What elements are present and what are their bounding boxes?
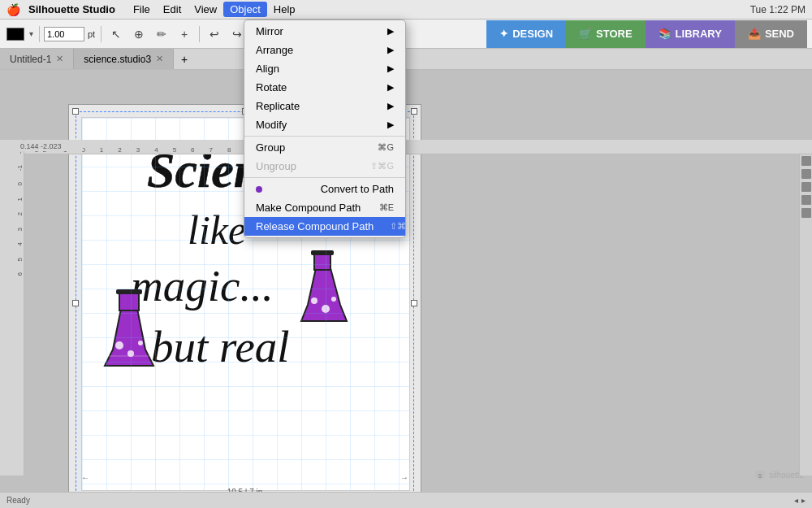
pencil-tool[interactable]: ✏ — [151, 24, 172, 45]
design-button[interactable]: ✦ DESIGN — [486, 20, 566, 48]
ruler-tick-6: 6 — [191, 146, 194, 154]
clock: Tue 1:22 PM — [750, 4, 806, 15]
menu-modify-arrow: ▶ — [387, 119, 394, 130]
stroke-width-input[interactable]: 1.00 — [44, 27, 84, 41]
menu-item-modify[interactable]: Modify ▶ — [244, 115, 405, 134]
ruler-v-4: 4 — [0, 242, 24, 245]
menu-bar: 🍎 Silhouette Studio File Edit View Objec… — [0, 0, 812, 20]
ruler-h-ticks: -3 -2 -1 0 1 2 3 4 5 6 7 8 9 10 11 12 — [24, 140, 812, 154]
right-panel-btn-3[interactable] — [801, 169, 811, 179]
menu-edit[interactable]: Edit — [157, 2, 188, 17]
convert-path-dot — [256, 186, 262, 193]
zoom-tool[interactable]: ⊕ — [128, 24, 149, 45]
menu-rotate-label: Rotate — [256, 81, 287, 93]
menu-object[interactable]: Object — [223, 2, 267, 17]
send-icon: 📤 — [748, 28, 761, 40]
menu-replicate-arrow: ▶ — [387, 101, 394, 111]
scroll-right-icon[interactable]: ▸ — [801, 496, 806, 505]
menu-item-align[interactable]: Align ▶ — [244, 59, 405, 78]
right-panel-btn-2[interactable] — [801, 156, 811, 166]
right-panel-btn-5[interactable] — [801, 195, 811, 205]
svg-text:s: s — [758, 471, 762, 480]
tab-untitled-label: Untitled-1 — [10, 54, 51, 65]
menu-rotate-arrow: ▶ — [387, 82, 394, 93]
menu-item-make-compound[interactable]: Make Compound Path ⌘E — [244, 198, 405, 217]
fill-color-swatch[interactable] — [6, 28, 24, 41]
fill-color-dropdown[interactable]: ▾ — [29, 29, 33, 38]
ruler-tick-5: 5 — [173, 146, 176, 154]
send-label: SEND — [765, 28, 794, 40]
menu-item-release-compound[interactable]: Release Compound Path ⇧⌘E — [244, 217, 405, 236]
handle-ml[interactable] — [72, 300, 79, 306]
menu-item-group[interactable]: Group ⌘G — [244, 138, 405, 157]
apple-menu[interactable]: 🍎 — [6, 3, 20, 16]
tab-untitled-close[interactable]: ✕ — [56, 54, 63, 64]
menu-help[interactable]: Help — [267, 2, 302, 17]
menu-item-rotate[interactable]: Rotate ▶ — [244, 78, 405, 97]
ruler-v-2: 2 — [0, 212, 24, 215]
dimension-arrows: ← → — [81, 473, 408, 482]
menu-item-replicate[interactable]: Replicate ▶ — [244, 97, 405, 115]
menu-group-label: Group — [256, 141, 285, 154]
undo-btn[interactable]: ↩ — [204, 24, 225, 45]
scroll-corner: ◂ ▸ — [794, 496, 806, 505]
handle-mr[interactable] — [411, 300, 417, 306]
tab-science-label: science.studio3 — [84, 54, 151, 65]
tab-untitled[interactable]: Untitled-1 ✕ — [0, 49, 74, 69]
toolbar-separator-2 — [101, 26, 102, 42]
main-area: 0.144 -2.023 -3 -2 -1 0 1 2 3 4 5 6 7 8 … — [0, 70, 812, 492]
statusbar-text: Ready — [6, 496, 30, 505]
menu-view[interactable]: View — [188, 2, 223, 17]
menu-item-arrange[interactable]: Arrange ▶ — [244, 41, 405, 59]
coordinate-display: 0.144 -2.023 — [18, 141, 83, 151]
ruler-v-neg1: -1 — [0, 165, 24, 171]
pointer-tool[interactable]: ↖ — [106, 24, 127, 45]
vertical-ruler: -2 -1 0 1 2 3 4 5 6 — [0, 140, 24, 475]
new-tab-button[interactable]: + — [174, 49, 195, 69]
ruler-tick-7: 7 — [209, 146, 213, 154]
library-button[interactable]: 📚 LIBRARY — [646, 20, 735, 48]
ruler-v-5: 5 — [0, 258, 24, 261]
tab-science[interactable]: science.studio3 ✕ — [74, 49, 174, 69]
design-icon: ✦ — [499, 28, 508, 40]
right-arrow: → — [400, 473, 408, 482]
menu-release-compound-shortcut: ⇧⌘E — [390, 221, 406, 232]
menubar-right: Tue 1:22 PM — [747, 4, 806, 15]
tab-bar: Untitled-1 ✕ science.studio3 ✕ + — [0, 49, 812, 70]
menu-make-compound-shortcut: ⌘E — [379, 202, 394, 213]
add-node-tool[interactable]: + — [174, 24, 195, 45]
horizontal-ruler: -3 -2 -1 0 1 2 3 4 5 6 7 8 9 10 11 12 — [24, 140, 812, 154]
right-panel-btn-6[interactable] — [801, 208, 811, 218]
send-button[interactable]: 📤 SEND — [735, 20, 807, 48]
menu-align-label: Align — [256, 63, 279, 75]
menu-file[interactable]: File — [127, 2, 157, 17]
handle-tr[interactable] — [411, 108, 417, 115]
menu-release-compound-label: Release Compound Path — [256, 220, 374, 232]
menu-arrange-arrow: ▶ — [387, 45, 394, 55]
status-bar: Ready ◂ ▸ — [0, 492, 812, 508]
menu-item-convert-path[interactable]: Convert to Path — [244, 180, 405, 198]
menu-align-arrow: ▶ — [387, 63, 394, 74]
menu-convert-path-label: Convert to Path — [321, 183, 394, 195]
menu-mirror-arrow: ▶ — [387, 26, 394, 37]
ruler-v-ticks: -2 -1 0 1 2 3 4 5 6 — [0, 140, 24, 276]
coord-values: 0.144 -2.023 — [20, 142, 62, 150]
menu-ungroup-label: Ungroup — [256, 160, 296, 172]
left-arrow: ← — [81, 473, 89, 482]
store-label: STORE — [596, 28, 633, 40]
menu-item-mirror[interactable]: Mirror ▶ — [244, 22, 405, 41]
handle-tl[interactable] — [72, 108, 79, 115]
ruler-tick-2: 2 — [118, 146, 121, 154]
right-panel — [799, 140, 812, 475]
menu-modify-label: Modify — [256, 119, 287, 131]
ruler-v-0: 0 — [0, 182, 24, 185]
menu-make-compound-label: Make Compound Path — [256, 202, 361, 214]
ruler-tick-4: 4 — [154, 146, 158, 154]
right-panel-btn-4[interactable] — [801, 182, 811, 192]
library-label: LIBRARY — [676, 28, 722, 40]
menu-mirror-label: Mirror — [256, 25, 283, 37]
ruler-v-1: 1 — [0, 198, 24, 201]
scroll-left-icon[interactable]: ◂ — [794, 496, 798, 505]
tab-science-close[interactable]: ✕ — [156, 54, 163, 64]
store-button[interactable]: 🛒 STORE — [566, 20, 646, 48]
